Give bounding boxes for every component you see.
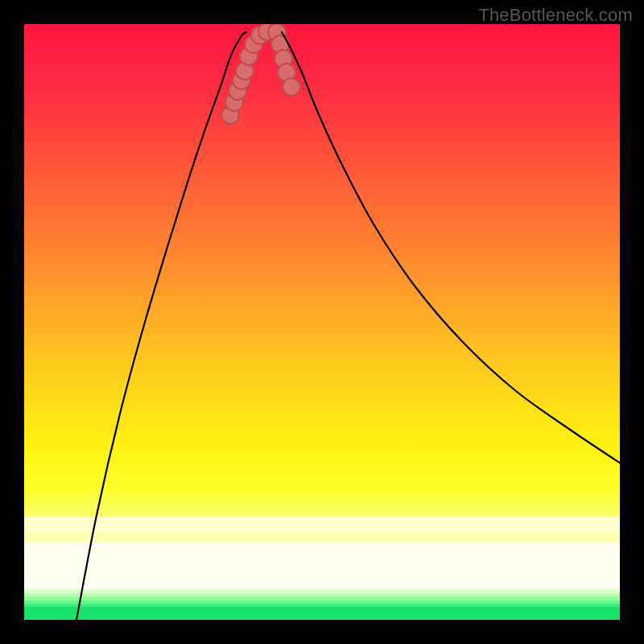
chart-frame: TheBottleneck.com (0, 0, 644, 644)
watermark-text: TheBottleneck.com (478, 5, 633, 26)
curve-left (76, 32, 246, 620)
plot-area (24, 24, 620, 620)
curve-right (282, 32, 620, 463)
marker-layer (221, 24, 300, 124)
data-marker (283, 78, 300, 96)
curve-layer (24, 24, 620, 620)
